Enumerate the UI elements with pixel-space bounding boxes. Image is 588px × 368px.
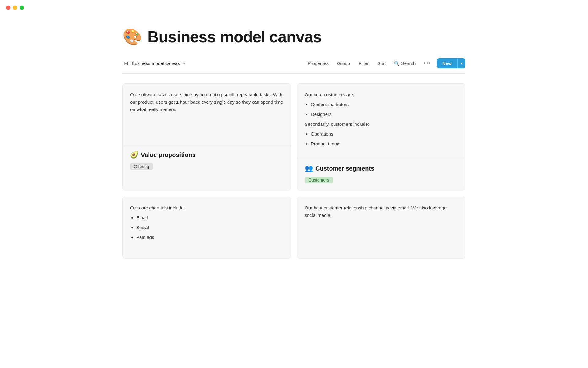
card-footer-value-propositions: 🥑 Value propositions Offering <box>123 145 291 177</box>
traffic-light-yellow[interactable] <box>13 6 17 10</box>
more-button[interactable]: ••• <box>420 58 434 68</box>
card-footer-title-customer-segments: 👥 Customer segments <box>305 164 458 172</box>
new-button[interactable]: New <box>437 58 457 68</box>
list-item: Product teams <box>311 140 458 148</box>
card-footer-customer-segments: 👥 Customer segments Customers <box>297 159 465 190</box>
filter-button[interactable]: Filter <box>356 59 372 68</box>
card-list-secondary: Operations Product teams <box>311 130 458 148</box>
card-footer-emoji-customer-segments: 👥 <box>305 164 313 172</box>
page-title: Business model canvas <box>147 28 322 46</box>
list-item: Social <box>136 224 283 231</box>
card-body-text-value-propositions: Our software saves users time by automat… <box>130 91 283 113</box>
traffic-light-green[interactable] <box>20 6 24 10</box>
card-customer-segments: Our core customers are: Content marketer… <box>297 83 466 190</box>
list-item: Designers <box>311 111 458 118</box>
search-button[interactable]: 🔍 Search <box>391 59 418 68</box>
search-icon: 🔍 <box>394 61 400 66</box>
toolbar-right: Properties Group Filter Sort 🔍 Search ••… <box>305 58 466 68</box>
card-list-primary: Content marketers Designers <box>311 101 458 118</box>
gallery-grid: Our software saves users time by automat… <box>123 83 466 259</box>
page-emoji: 🎨 <box>123 29 142 45</box>
properties-button[interactable]: Properties <box>305 59 332 68</box>
list-item: Paid ads <box>136 234 283 241</box>
card-value-propositions: Our software saves users time by automat… <box>123 83 291 190</box>
card-footer-title-value-propositions: 🥑 Value propositions <box>130 151 283 159</box>
group-button[interactable]: Group <box>334 59 353 68</box>
card-footer-label-value-propositions: Value propositions <box>141 151 196 159</box>
card-body-intro-channels: Our core channels include: <box>130 204 283 212</box>
main-content: 🎨 Business model canvas ⊞ Business model… <box>98 15 490 283</box>
sort-button[interactable]: Sort <box>374 59 389 68</box>
card-body-intro-primary: Our core customers are: <box>305 91 458 98</box>
chevron-icon: ▾ <box>183 61 185 66</box>
traffic-light-red[interactable] <box>6 6 10 10</box>
list-item: Operations <box>311 130 458 138</box>
view-icon: ⊞ <box>123 60 129 67</box>
card-footer-emoji-value-propositions: 🥑 <box>130 151 138 159</box>
card-body-customer-relationships: Our best customer relationship channel i… <box>297 197 465 258</box>
toolbar-left: ⊞ Business model canvas ▾ <box>123 60 185 67</box>
view-label[interactable]: Business model canvas <box>132 61 180 66</box>
card-customer-relationships: Our best customer relationship channel i… <box>297 197 466 259</box>
card-body-value-propositions: Our software saves users time by automat… <box>123 84 291 145</box>
new-dropdown-button[interactable]: ▾ <box>457 58 466 68</box>
card-channels: Our core channels include: Email Social … <box>123 197 291 259</box>
new-button-group: New ▾ <box>437 58 466 68</box>
card-body-customer-segments: Our core customers are: Content marketer… <box>297 84 465 159</box>
tag-offering[interactable]: Offering <box>130 163 153 170</box>
card-list-channels: Email Social Paid ads <box>136 214 283 241</box>
traffic-lights <box>0 0 588 15</box>
card-footer-label-customer-segments: Customer segments <box>315 165 374 172</box>
page-title-row: 🎨 Business model canvas <box>123 28 466 46</box>
search-label: Search <box>401 61 416 66</box>
list-item: Content marketers <box>311 101 458 108</box>
card-body-channels: Our core channels include: Email Social … <box>123 197 291 258</box>
card-body-text-customer-relationships: Our best customer relationship channel i… <box>305 204 458 219</box>
tag-customers[interactable]: Customers <box>305 177 333 183</box>
toolbar: ⊞ Business model canvas ▾ Properties Gro… <box>123 58 466 74</box>
list-item: Email <box>136 214 283 221</box>
card-body-intro-secondary: Secondarily, customers include: <box>305 121 458 128</box>
